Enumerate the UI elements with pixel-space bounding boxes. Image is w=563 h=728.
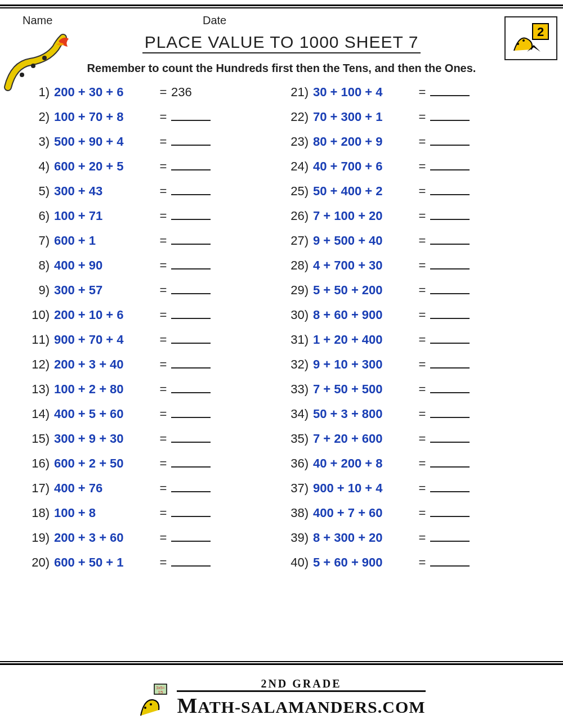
answer-slot[interactable] <box>171 506 222 520</box>
answer-slot[interactable] <box>171 481 222 496</box>
answer-blank[interactable] <box>430 184 470 195</box>
equals-sign: = <box>155 85 171 100</box>
answer-blank[interactable] <box>171 209 211 220</box>
answer-blank[interactable] <box>430 456 470 468</box>
answer-slot[interactable] <box>430 308 481 322</box>
equals-sign: = <box>414 209 430 223</box>
answer-slot[interactable] <box>430 110 481 124</box>
answer-slot[interactable] <box>430 506 481 520</box>
answer-blank[interactable] <box>171 555 211 567</box>
answer-slot[interactable] <box>171 332 222 347</box>
answer-blank[interactable] <box>171 531 211 542</box>
answer-blank[interactable] <box>171 332 211 344</box>
answer-blank[interactable] <box>171 456 211 468</box>
answer-slot[interactable] <box>171 258 222 273</box>
answer-blank[interactable] <box>430 407 470 418</box>
problem-number: 38) <box>282 506 313 520</box>
answer-slot[interactable] <box>430 159 481 174</box>
svg-point-4 <box>20 73 24 77</box>
answer-slot[interactable] <box>171 283 222 298</box>
answer-blank[interactable] <box>171 308 211 319</box>
answer-slot[interactable] <box>430 134 481 149</box>
expression: 100 + 2 + 80 <box>54 382 155 397</box>
answer-blank[interactable] <box>430 357 470 369</box>
answer-slot[interactable] <box>430 432 481 446</box>
answer-blank[interactable] <box>430 159 470 170</box>
answer-blank[interactable] <box>430 531 470 542</box>
answer-blank[interactable] <box>430 258 470 269</box>
answer-slot[interactable] <box>430 555 481 570</box>
answer-slot[interactable]: 236 <box>171 85 222 100</box>
answer-slot[interactable] <box>171 233 222 248</box>
answer-blank[interactable] <box>171 134 211 146</box>
problem-row: 14)400 + 5 + 60= <box>23 407 282 432</box>
answer-blank[interactable] <box>430 382 470 393</box>
answer-blank[interactable] <box>171 184 211 195</box>
answer-blank[interactable] <box>171 432 211 443</box>
answer-slot[interactable] <box>171 407 222 421</box>
problem-row: 3)500 + 90 + 4= <box>23 134 282 159</box>
answer-slot[interactable] <box>171 110 222 124</box>
answer-blank[interactable] <box>430 481 470 492</box>
date-label: Date <box>203 14 226 27</box>
answer-slot[interactable] <box>171 184 222 199</box>
problem-row: 31)1 + 20 + 400= <box>282 332 540 357</box>
answer-slot[interactable] <box>430 357 481 372</box>
problem-number: 21) <box>282 85 313 100</box>
answer-blank[interactable] <box>430 506 470 517</box>
problem-number: 6) <box>23 209 54 223</box>
answer-blank[interactable] <box>430 332 470 344</box>
equals-sign: = <box>414 481 430 496</box>
answer-blank[interactable] <box>430 308 470 319</box>
answer-blank[interactable] <box>430 283 470 294</box>
answer-blank[interactable] <box>430 209 470 220</box>
answer-blank[interactable] <box>171 506 211 517</box>
answer-slot[interactable] <box>430 283 481 298</box>
answer-blank[interactable] <box>171 357 211 369</box>
answer-slot[interactable] <box>430 184 481 199</box>
answer-blank[interactable] <box>171 481 211 492</box>
answer-blank[interactable] <box>171 159 211 170</box>
answer-slot[interactable] <box>171 382 222 397</box>
answer-blank[interactable] <box>171 110 211 121</box>
answer-slot[interactable] <box>171 159 222 174</box>
answer-slot[interactable] <box>171 432 222 446</box>
answer-blank[interactable] <box>171 407 211 418</box>
answer-slot[interactable] <box>430 209 481 223</box>
expression: 70 + 300 + 1 <box>313 110 414 124</box>
answer-slot[interactable] <box>430 233 481 248</box>
answer-slot[interactable] <box>430 382 481 397</box>
answer-blank[interactable] <box>430 555 470 567</box>
answer-slot[interactable] <box>171 456 222 471</box>
answer-slot[interactable] <box>171 209 222 223</box>
problem-number: 7) <box>23 233 54 248</box>
answer-blank[interactable] <box>430 85 470 96</box>
answer-blank[interactable] <box>171 233 211 245</box>
grade-logo-box: 2 <box>504 16 557 60</box>
answer-slot[interactable] <box>430 531 481 545</box>
answer-blank[interactable] <box>430 233 470 245</box>
answer-slot[interactable] <box>430 407 481 421</box>
answer-blank[interactable] <box>430 110 470 121</box>
answer-slot[interactable] <box>430 258 481 273</box>
equals-sign: = <box>155 407 171 421</box>
answer-slot[interactable] <box>171 531 222 545</box>
answer-slot[interactable] <box>430 85 481 100</box>
answer-blank[interactable] <box>430 134 470 146</box>
answer-blank[interactable] <box>171 382 211 393</box>
equals-sign: = <box>155 432 171 446</box>
page-border: 2 Name Date PLACE VALUE TO 1000 SHEET 7 … <box>0 5 563 665</box>
answer-slot[interactable] <box>171 555 222 570</box>
answer-blank[interactable] <box>171 258 211 269</box>
expression: 9 + 500 + 40 <box>313 233 414 248</box>
answer-blank[interactable] <box>430 432 470 443</box>
answer-slot[interactable] <box>171 308 222 322</box>
answer-slot[interactable] <box>430 456 481 471</box>
answer-slot[interactable] <box>430 332 481 347</box>
equals-sign: = <box>414 134 430 149</box>
problem-row: 10)200 + 10 + 6= <box>23 308 282 332</box>
answer-blank[interactable] <box>171 283 211 294</box>
answer-slot[interactable] <box>171 134 222 149</box>
answer-slot[interactable] <box>430 481 481 496</box>
answer-slot[interactable] <box>171 357 222 372</box>
